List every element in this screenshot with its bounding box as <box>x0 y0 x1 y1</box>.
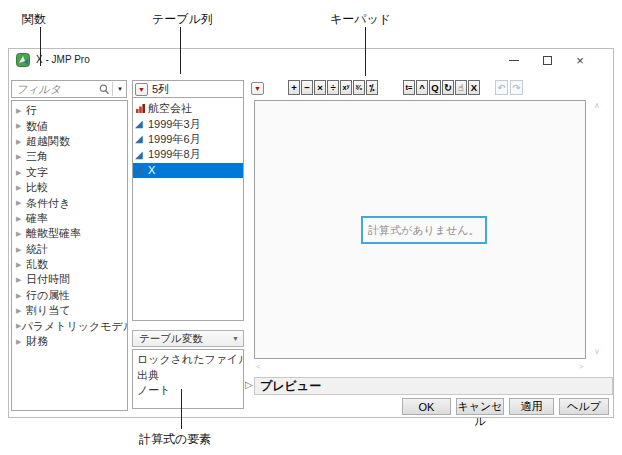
subtract-button[interactable]: − <box>301 80 313 95</box>
peel-expression-button[interactable]: ^ <box>416 80 428 95</box>
function-category-row[interactable]: ▶条件付き <box>12 195 127 210</box>
columns-count-label: 5列 <box>152 82 169 97</box>
columns-red-triangle-button[interactable]: ▼ <box>135 83 148 96</box>
zoom-expression-button[interactable]: Q <box>429 80 441 95</box>
function-category-label: 乱数 <box>26 257 48 272</box>
search-icon <box>98 83 111 96</box>
help-button[interactable]: ヘルプ <box>559 398 609 415</box>
expand-chevron-icon[interactable]: ▶ <box>16 272 26 287</box>
expand-chevron-icon[interactable]: ▶ <box>16 165 26 180</box>
multiply-button[interactable]: × <box>314 80 326 95</box>
empty-formula-message: 計算式がありません。 <box>361 216 487 244</box>
preview-bar[interactable]: プレビュー <box>254 377 613 395</box>
function-category-row[interactable]: ▶比較 <box>12 180 127 195</box>
function-category-row[interactable]: ▶確率 <box>12 211 127 226</box>
function-category-label: 三角 <box>26 149 48 164</box>
function-category-label: 比較 <box>26 180 48 195</box>
title-bar[interactable]: X - JMP Pro × <box>9 49 613 71</box>
function-category-row[interactable]: ▶文字 <box>12 165 127 180</box>
switch-terms-button[interactable]: ⁒ <box>366 80 378 95</box>
expand-chevron-icon[interactable]: ▶ <box>16 149 26 164</box>
function-category-row[interactable]: ▶財務 <box>12 334 127 349</box>
table-variable-item[interactable]: ロックされたファイル <box>133 352 243 367</box>
column-item[interactable]: ◢1999年8月 <box>133 147 243 162</box>
function-category-row[interactable]: ▶パラメトリックモデル <box>12 318 127 333</box>
column-item[interactable]: ◢1999年6月 <box>133 132 243 147</box>
expand-chevron-icon[interactable]: ▶ <box>16 134 26 149</box>
function-category-row[interactable]: ▶超越関数 <box>12 134 127 149</box>
preview-disclosure-icon[interactable]: ▷ <box>245 379 253 390</box>
function-category-label: 離散型確率 <box>26 226 81 241</box>
scroll-left-icon[interactable]: < <box>256 362 261 371</box>
local-variable-button[interactable]: t= <box>403 80 415 95</box>
function-category-row[interactable]: ▶乱数 <box>12 257 127 272</box>
annotation-line-formula-elements <box>181 389 182 429</box>
columns-header: ▼ 5列 <box>133 81 243 98</box>
function-filter-input[interactable] <box>12 83 98 95</box>
scroll-right-icon[interactable]: > <box>579 362 584 371</box>
maximize-button[interactable] <box>536 49 558 71</box>
nominal-column-icon <box>135 103 148 114</box>
expand-chevron-icon[interactable]: ▶ <box>16 118 26 133</box>
functions-tree: ▶行▶数値▶超越関数▶三角▶文字▶比較▶条件付き▶確率▶離散型確率▶統計▶乱数▶… <box>11 100 128 411</box>
annotation-formula-elements: 計算式の要素 <box>139 431 211 448</box>
scroll-down-icon[interactable]: ∨ <box>590 347 604 356</box>
dialog-button-row: OKキャンセル適用ヘルプ <box>402 398 609 415</box>
function-category-label: 財務 <box>26 334 48 349</box>
function-category-row[interactable]: ▶日付時間 <box>12 272 127 287</box>
insert-plus-button[interactable]: + <box>288 80 300 95</box>
minimize-button[interactable] <box>503 49 525 71</box>
expand-chevron-icon[interactable]: ▶ <box>16 195 26 210</box>
function-category-row[interactable]: ▶行 <box>12 103 127 118</box>
column-item[interactable]: ◢X <box>133 163 243 178</box>
expand-chevron-icon[interactable]: ▶ <box>16 257 26 272</box>
function-category-row[interactable]: ▶統計 <box>12 242 127 257</box>
delete-button[interactable]: X <box>468 80 480 95</box>
expand-chevron-icon[interactable]: ▶ <box>16 334 26 349</box>
cancel-button[interactable]: キャンセル <box>456 398 504 415</box>
function-category-row[interactable]: ▶三角 <box>12 149 127 164</box>
function-category-row[interactable]: ▶割り当て <box>12 303 127 318</box>
function-category-label: 超越関数 <box>26 134 70 149</box>
continuous-column-icon: ◢ <box>135 150 148 160</box>
root-button[interactable]: ʸ⁄ₓ <box>353 80 365 95</box>
function-category-row[interactable]: ▶離散型確率 <box>12 226 127 241</box>
table-variable-label: ロックされたファイル <box>137 352 244 367</box>
function-category-label: 割り当て <box>26 303 71 318</box>
column-item[interactable]: ◢1999年3月 <box>133 116 243 131</box>
expand-chevron-icon[interactable]: ▶ <box>16 211 26 226</box>
scroll-up-icon[interactable]: ∧ <box>590 101 604 110</box>
formula-red-triangle-button[interactable]: ▼ <box>251 82 264 95</box>
function-category-row[interactable]: ▶行の属性 <box>12 288 127 303</box>
filter-dropdown-icon[interactable]: ▼ <box>114 86 126 92</box>
expand-chevron-icon[interactable]: ▶ <box>16 288 26 303</box>
function-category-label: 条件付き <box>26 196 70 211</box>
close-button[interactable]: × <box>569 49 591 71</box>
continuous-column-icon: ◢ <box>135 134 148 144</box>
horizontal-scrollbar[interactable]: < > <box>254 361 586 374</box>
function-category-label: 数値 <box>26 119 48 134</box>
grab-button[interactable]: ☝ <box>455 80 467 95</box>
filter-separator <box>112 82 113 96</box>
expand-chevron-icon[interactable]: ▶ <box>16 303 26 318</box>
expand-chevron-icon[interactable]: ▶ <box>16 226 26 241</box>
table-variables-dropdown-label: テーブル変数 <box>139 332 232 346</box>
expand-chevron-icon[interactable]: ▶ <box>16 242 26 257</box>
table-variable-item[interactable]: 出典 <box>133 367 243 382</box>
table-variable-label: ノート <box>137 383 171 398</box>
function-category-row[interactable]: ▶数値 <box>12 118 127 133</box>
apply-button[interactable]: 適用 <box>509 398 554 415</box>
minimize-icon <box>509 60 519 61</box>
table-variables-dropdown[interactable]: テーブル変数 ▼ <box>132 330 244 347</box>
continuous-column-icon: ◢ <box>135 165 148 175</box>
column-label: 航空会社 <box>148 101 192 116</box>
jmp-app-icon <box>16 53 30 67</box>
power-button[interactable]: xʸ <box>340 80 352 95</box>
table-variable-item[interactable]: ノート <box>133 383 243 398</box>
ok-button[interactable]: OK <box>402 398 451 415</box>
expand-chevron-icon[interactable]: ▶ <box>16 180 26 195</box>
rotate-terms-button[interactable]: ↻ <box>442 80 454 95</box>
column-item[interactable]: 航空会社 <box>133 101 243 116</box>
expand-chevron-icon[interactable]: ▶ <box>16 103 26 118</box>
divide-button[interactable]: ÷ <box>327 80 339 95</box>
